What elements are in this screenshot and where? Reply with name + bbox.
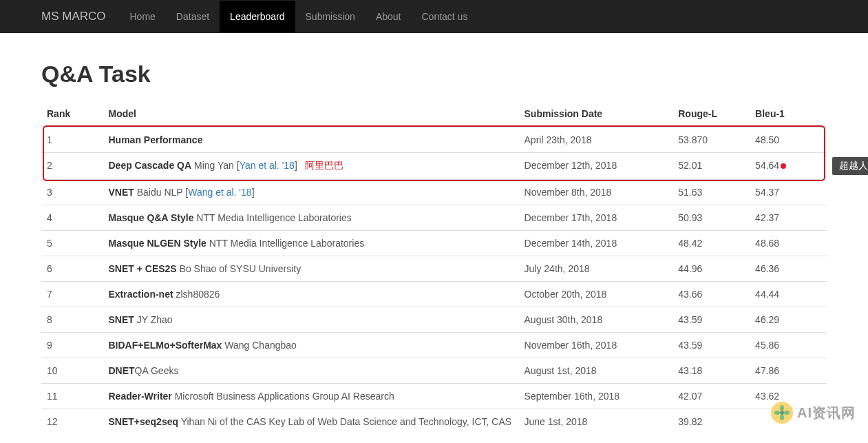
svg-point-2 (780, 415, 784, 420)
model-reference-link[interactable]: Yan et al. '18 (240, 160, 295, 171)
watermark-text: AI资讯网 (797, 404, 856, 422)
svg-point-4 (784, 411, 790, 415)
cell-bleu: 54.64 (750, 153, 827, 180)
nav-item-home[interactable]: Home (120, 1, 166, 32)
cell-bleu: 45.86 (750, 333, 827, 358)
table-row: 1Human PerformanceApril 23th, 201853.870… (41, 127, 827, 153)
header-model: Model (103, 101, 518, 127)
nav-items: HomeDatasetLeaderboardSubmissionAboutCon… (120, 1, 478, 32)
cell-date[interactable]: July 24th, 2018 (519, 256, 673, 282)
cell-model: SNET JY Zhao (103, 307, 518, 333)
cell-date[interactable]: October 20th, 2018 (519, 282, 673, 307)
header-bleu: Bleu-1 (750, 101, 827, 127)
nav-item-submission[interactable]: Submission (295, 1, 366, 32)
cell-rouge: 48.42 (673, 231, 750, 256)
cell-model: Masque Q&A Style NTT Media Intelligence … (103, 205, 518, 231)
model-name: Masque NLGEN Style (108, 238, 206, 249)
model-name: Extraction-net (108, 289, 173, 300)
header-rouge: Rouge-L (673, 101, 750, 127)
table-row: 8SNET JY ZhaoAugust 30th, 201843.5946.29 (41, 307, 827, 333)
cell-date[interactable]: December 17th, 2018 (519, 205, 673, 231)
cell-bleu: 54.37 (750, 180, 827, 205)
callout-tooltip: 超越人类 (832, 157, 868, 175)
cell-rouge: 50.93 (673, 205, 750, 231)
cell-model: Reader-Writer Microsoft Business Applica… (103, 384, 518, 409)
table-row: 4Masque Q&A Style NTT Media Intelligence… (41, 205, 827, 231)
cell-rouge: 53.870 (673, 127, 750, 153)
cell-bleu: 44.44 (750, 282, 827, 307)
cell-rank: 9 (41, 333, 103, 358)
red-dot-icon (781, 163, 786, 169)
cell-rank: 2 (41, 153, 103, 180)
table-row: 2Deep Cascade QA Ming Yan [Yan et al. '1… (41, 153, 827, 180)
cell-rank: 1 (41, 127, 103, 153)
cell-bleu: 47.86 (750, 358, 827, 384)
model-name: VNET (108, 187, 134, 198)
cell-bleu: 42.37 (750, 205, 827, 231)
nav-item-about[interactable]: About (366, 1, 412, 32)
watermark: AI资讯网 (771, 402, 856, 424)
model-name: SNET + CES2S (108, 263, 176, 274)
cell-date[interactable]: November 8th, 2018 (519, 180, 673, 205)
cell-model: Extraction-net zlsh80826 (103, 282, 518, 307)
model-name: Reader-Writer (108, 391, 171, 402)
cell-model: SNET + CES2S Bo Shao of SYSU University (103, 256, 518, 282)
leaderboard-table: Rank Model Submission Date Rouge-L Bleu-… (41, 101, 827, 434)
cell-rank: 10 (41, 358, 103, 384)
main-container: Q&A Task Rank Model Submission Date Roug… (0, 33, 868, 443)
cell-rouge: 43.18 (673, 358, 750, 384)
model-extra: JY Zhao (134, 314, 173, 325)
svg-point-1 (780, 405, 784, 411)
table-row: 7Extraction-net zlsh80826October 20th, 2… (41, 282, 827, 307)
model-name: DNET (108, 365, 134, 376)
cell-date[interactable]: August 1st, 2018 (519, 358, 673, 384)
cell-model: DNETQA Geeks (103, 358, 518, 384)
model-extra: Baidu NLP [ (134, 187, 188, 198)
cell-date[interactable]: August 30th, 2018 (519, 307, 673, 333)
nav-item-leaderboard[interactable]: Leaderboard (220, 1, 295, 32)
cell-rank: 6 (41, 256, 103, 282)
header-date: Submission Date (519, 101, 673, 127)
cell-rouge: 52.01 (673, 153, 750, 180)
cell-rouge: 39.82 (673, 409, 750, 435)
nav-item-dataset[interactable]: Dataset (166, 1, 220, 32)
cell-bleu: 48.50 (750, 127, 827, 153)
cell-rank: 11 (41, 384, 103, 409)
model-name: Deep Cascade QA (108, 160, 191, 171)
cell-bleu: 46.36 (750, 256, 827, 282)
model-extra: Ming Yan [ (191, 160, 240, 171)
table-row: 3VNET Baidu NLP [Wang et al. '18]Novembe… (41, 180, 827, 205)
cell-rank: 12 (41, 409, 103, 435)
cell-date[interactable]: June 1st, 2018 (519, 409, 673, 435)
cell-rank: 8 (41, 307, 103, 333)
cell-model: Masque NLGEN Style NTT Media Intelligenc… (103, 231, 518, 256)
model-extra: NTT Media Intelligence Laboratories (193, 212, 351, 223)
nav-item-contact-us[interactable]: Contact us (411, 1, 478, 32)
cell-rouge: 43.59 (673, 307, 750, 333)
cell-bleu: 48.68 (750, 231, 827, 256)
cell-model: Human Performance (103, 127, 518, 153)
cell-rouge: 42.07 (673, 384, 750, 409)
table-row: 10DNETQA GeeksAugust 1st, 201843.1847.86 (41, 358, 827, 384)
cell-rouge: 43.59 (673, 333, 750, 358)
header-rank: Rank (41, 101, 103, 127)
cell-rouge: 43.66 (673, 282, 750, 307)
model-name: Human Performance (108, 134, 202, 145)
model-reference-link[interactable]: Wang et al. '18 (188, 187, 251, 198)
model-name: SNET (108, 314, 134, 325)
page-title: Q&A Task (41, 61, 827, 87)
cell-date[interactable]: December 12th, 2018 (519, 153, 673, 180)
table-header-row: Rank Model Submission Date Rouge-L Bleu-… (41, 101, 827, 127)
brand[interactable]: MS MARCO (41, 10, 106, 23)
model-extra: Yihan Ni of the CAS Key Lab of Web Data … (178, 416, 511, 427)
cell-date[interactable]: September 16th, 2018 (519, 384, 673, 409)
cell-date[interactable]: November 16th, 2018 (519, 333, 673, 358)
table-row: 5Masque NLGEN Style NTT Media Intelligen… (41, 231, 827, 256)
cell-date[interactable]: December 14th, 2018 (519, 231, 673, 256)
model-extra: Bo Shao of SYSU University (177, 263, 301, 274)
model-name: BIDAF+ELMo+SofterMax (108, 340, 222, 351)
cell-model: BIDAF+ELMo+SofterMax Wang Changbao (103, 333, 518, 358)
cell-model: Deep Cascade QA Ming Yan [Yan et al. '18… (103, 153, 518, 180)
svg-point-3 (774, 411, 780, 415)
watermark-icon (771, 402, 793, 424)
